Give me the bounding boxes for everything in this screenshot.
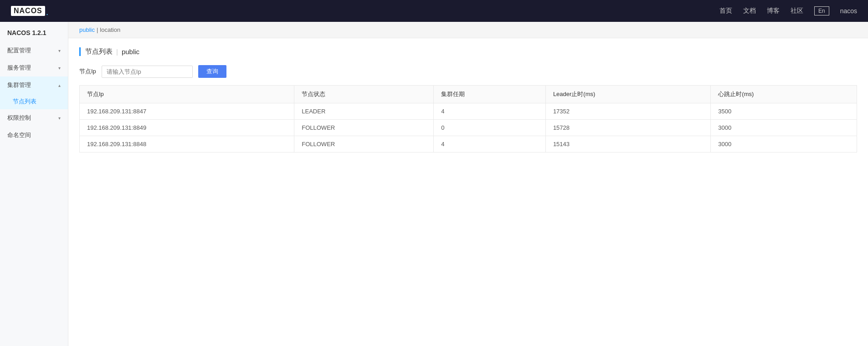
cell-status: LEADER bbox=[294, 103, 434, 120]
cell-ip: 192.168.209.131:8849 bbox=[80, 120, 294, 136]
navbar: NACOS. 首页 文档 博客 社区 En nacos bbox=[0, 0, 868, 22]
page-title: 节点列表 bbox=[85, 47, 113, 56]
cell-term: 4 bbox=[434, 136, 546, 153]
table-row: 192.168.209.131:8849 FOLLOWER 0 15728 30… bbox=[80, 120, 857, 136]
chevron-up-icon: ▴ bbox=[58, 83, 61, 88]
cell-ip: 192.168.209.131:8848 bbox=[80, 136, 294, 153]
chevron-down-icon: ▾ bbox=[58, 116, 61, 121]
sidebar-item-namespace[interactable]: 命名空间 bbox=[0, 127, 68, 144]
col-heartbeat-timeout: 心跳止时(ms) bbox=[711, 86, 857, 103]
layout: NACOS 1.2.1 配置管理 ▾ 服务管理 ▾ 集群管理 ▴ 节点列表 权限… bbox=[0, 22, 868, 346]
main-content: public | location 节点列表 | public 节点Ip 查询 bbox=[68, 22, 868, 346]
logo-text: NACOS bbox=[11, 6, 45, 16]
cell-heartbeat-timeout: 3000 bbox=[711, 120, 857, 136]
sidebar-config-label: 配置管理 bbox=[7, 46, 31, 55]
col-status: 节点状态 bbox=[294, 86, 434, 103]
table-row: 192.168.209.131:8847 LEADER 4 17352 3500 bbox=[80, 103, 857, 120]
table-row: 192.168.209.131:8848 FOLLOWER 4 15143 30… bbox=[80, 136, 857, 153]
nav-blog[interactable]: 博客 bbox=[767, 7, 780, 15]
navbar-right: 首页 文档 博客 社区 En nacos bbox=[719, 6, 857, 15]
col-leader-timeout: Leader止时(ms) bbox=[545, 86, 710, 103]
sidebar-item-node-list[interactable]: 节点列表 bbox=[0, 94, 68, 109]
sidebar: NACOS 1.2.1 配置管理 ▾ 服务管理 ▾ 集群管理 ▴ 节点列表 权限… bbox=[0, 22, 68, 346]
chevron-down-icon: ▾ bbox=[58, 48, 61, 53]
breadcrumb-location: location bbox=[100, 26, 120, 33]
data-table: 节点Ip 节点状态 集群任期 Leader止时(ms) 心跳止时(ms) 192… bbox=[79, 85, 857, 153]
cell-heartbeat-timeout: 3500 bbox=[711, 103, 857, 120]
filter-label: 节点Ip bbox=[79, 67, 96, 76]
page-content: 节点列表 | public 节点Ip 查询 节点Ip 节点状态 集群任期 Lea… bbox=[68, 38, 868, 162]
cell-heartbeat-timeout: 3000 bbox=[711, 136, 857, 153]
logo-dot: . bbox=[46, 7, 49, 16]
breadcrumb-public[interactable]: public bbox=[79, 26, 95, 33]
sidebar-namespace-label: 命名空间 bbox=[7, 131, 31, 139]
cell-status: FOLLOWER bbox=[294, 120, 434, 136]
page-header: 节点列表 | public bbox=[79, 47, 857, 56]
sidebar-cluster-label: 集群管理 bbox=[7, 81, 31, 89]
user-label: nacos bbox=[840, 7, 857, 15]
search-input[interactable] bbox=[102, 66, 193, 78]
nav-community[interactable]: 社区 bbox=[791, 7, 803, 15]
nav-home[interactable]: 首页 bbox=[719, 7, 732, 15]
sidebar-item-config[interactable]: 配置管理 ▾ bbox=[0, 42, 68, 59]
breadcrumb-separator: | bbox=[97, 26, 98, 33]
brand-logo: NACOS. bbox=[11, 5, 48, 16]
sidebar-item-cluster[interactable]: 集群管理 ▴ bbox=[0, 76, 68, 94]
search-button[interactable]: 查询 bbox=[198, 65, 226, 78]
col-term: 集群任期 bbox=[434, 86, 546, 103]
breadcrumb: public | location bbox=[68, 22, 868, 38]
sidebar-item-auth[interactable]: 权限控制 ▾ bbox=[0, 109, 68, 127]
title-separator: | bbox=[116, 48, 118, 56]
nav-docs[interactable]: 文档 bbox=[743, 7, 756, 15]
col-ip: 节点Ip bbox=[80, 86, 294, 103]
page-subtitle: public bbox=[122, 48, 139, 56]
lang-button[interactable]: En bbox=[814, 6, 829, 15]
cell-term: 4 bbox=[434, 103, 546, 120]
sidebar-item-service[interactable]: 服务管理 ▾ bbox=[0, 59, 68, 76]
cell-term: 0 bbox=[434, 120, 546, 136]
table-header: 节点Ip 节点状态 集群任期 Leader止时(ms) 心跳止时(ms) bbox=[80, 86, 857, 103]
sidebar-service-label: 服务管理 bbox=[7, 64, 31, 72]
filter-bar: 节点Ip 查询 bbox=[79, 65, 857, 78]
cell-leader-timeout: 15143 bbox=[545, 136, 710, 153]
cell-ip: 192.168.209.131:8847 bbox=[80, 103, 294, 120]
chevron-down-icon: ▾ bbox=[58, 66, 61, 71]
table-body: 192.168.209.131:8847 LEADER 4 17352 3500… bbox=[80, 103, 857, 153]
sidebar-auth-label: 权限控制 bbox=[7, 114, 31, 122]
cell-leader-timeout: 15728 bbox=[545, 120, 710, 136]
sidebar-title: NACOS 1.2.1 bbox=[0, 22, 68, 42]
cell-leader-timeout: 17352 bbox=[545, 103, 710, 120]
cell-status: FOLLOWER bbox=[294, 136, 434, 153]
